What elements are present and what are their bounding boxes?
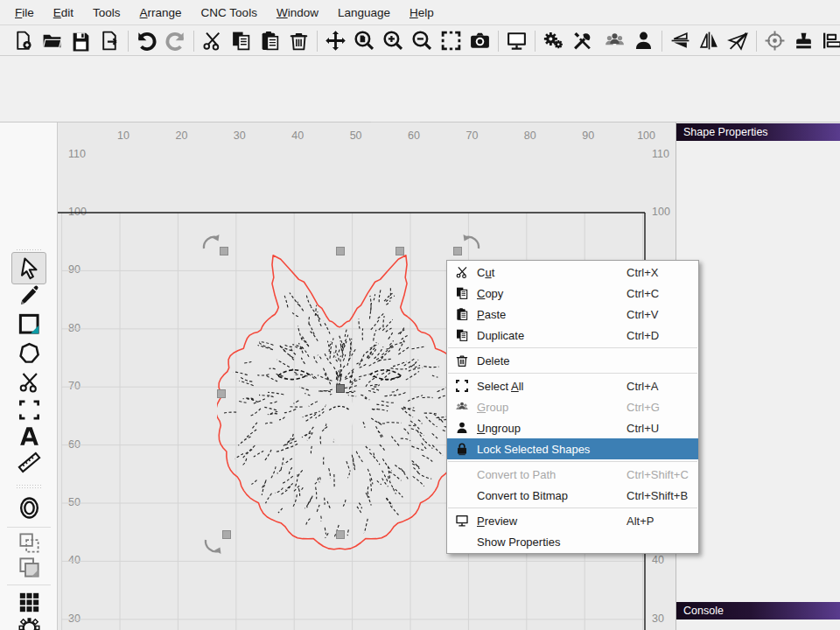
undo-icon <box>136 30 158 52</box>
no-icon <box>453 466 471 482</box>
camera-button[interactable] <box>466 28 494 54</box>
context-delete[interactable]: Delete <box>447 350 698 371</box>
context-duplicate[interactable]: DuplicateCtrl+D <box>447 325 698 346</box>
copy-icon <box>230 30 252 52</box>
zoom-page-button[interactable] <box>350 28 379 54</box>
tool-intersect[interactable] <box>12 553 46 582</box>
send-button[interactable] <box>724 28 752 54</box>
mirror-horizontal-icon <box>698 30 720 52</box>
context-lock-selected-shapes[interactable]: Lock Selected Shapes <box>447 438 698 459</box>
origin-icon <box>764 30 786 52</box>
context-cut[interactable]: CutCtrl+X <box>447 262 698 283</box>
menu-tools[interactable]: Tools <box>83 3 130 23</box>
no-icon <box>453 487 471 503</box>
cut-button[interactable] <box>198 28 227 54</box>
context-group[interactable]: GroupCtrl+G <box>447 396 698 417</box>
menu-separator <box>448 373 697 374</box>
tool-rectangle[interactable] <box>12 310 46 339</box>
tool-select[interactable] <box>11 252 46 284</box>
ungroup-button[interactable] <box>629 28 658 54</box>
delete-icon <box>288 30 310 52</box>
menu-window[interactable]: Window <box>267 3 328 23</box>
group-button[interactable] <box>600 28 629 54</box>
select-icon <box>18 256 41 280</box>
stamp-button[interactable] <box>789 28 818 54</box>
tool-draw[interactable] <box>12 282 46 311</box>
move-button[interactable] <box>321 28 350 54</box>
text-icon <box>18 424 41 448</box>
zoom-page-icon <box>354 30 375 52</box>
menu-separator <box>448 347 697 348</box>
paste-button[interactable] <box>256 28 284 54</box>
intersect-icon <box>18 556 41 579</box>
lock-icon <box>453 441 471 457</box>
sidebar-separator <box>7 584 51 585</box>
tool-ellipse[interactable] <box>12 494 46 522</box>
tool-cut-shape[interactable] <box>12 368 46 396</box>
copy-button[interactable] <box>227 28 256 54</box>
mirror-horizontal-button[interactable] <box>695 28 724 54</box>
zoom-select-button[interactable] <box>437 28 466 54</box>
context-paste[interactable]: PasteCtrl+V <box>447 304 698 325</box>
align-partial-button[interactable] <box>818 28 840 54</box>
new-file-icon <box>12 30 34 52</box>
context-select-all[interactable]: Select AllCtrl+A <box>447 375 698 396</box>
context-copy[interactable]: CopyCtrl+C <box>447 283 698 304</box>
export-file-icon <box>99 30 121 52</box>
zoom-in-icon <box>382 30 404 52</box>
context-convert-to-path[interactable]: Convert to PathCtrl+Shift+C <box>447 464 698 485</box>
menu-cnc-tools[interactable]: CNC Tools <box>192 3 267 23</box>
group-icon <box>604 30 626 52</box>
open-folder-button[interactable] <box>38 28 66 54</box>
context-show-properties[interactable]: Show Properties <box>447 531 698 552</box>
origin-button[interactable] <box>760 28 789 54</box>
ungroup-icon <box>633 30 654 52</box>
tool-node-select[interactable] <box>12 396 46 424</box>
zoom-out-button[interactable] <box>408 28 437 54</box>
tool-circular-array[interactable] <box>12 613 46 630</box>
grid-array-icon <box>18 591 41 614</box>
tool-polygon[interactable] <box>12 339 46 368</box>
context-convert-to-bitmap[interactable]: Convert to BitmapCtrl+Shift+B <box>447 485 698 506</box>
tool-text[interactable] <box>12 422 46 451</box>
new-file-button[interactable] <box>9 28 38 54</box>
context-menu: CutCtrl+XCopyCtrl+CPasteCtrl+VDuplicateC… <box>446 260 699 554</box>
properties-panel: Shape Properties MoveOperationsOperation… <box>676 122 840 630</box>
select-all-icon <box>453 378 471 394</box>
no-icon <box>453 534 471 550</box>
tool-measure[interactable] <box>12 448 46 477</box>
camera-icon <box>469 30 491 52</box>
menu-language[interactable]: Language <box>328 3 400 23</box>
weld-icon <box>18 531 41 555</box>
tools-button[interactable] <box>568 28 597 54</box>
menu-file[interactable]: File <box>5 3 44 23</box>
mirror-vertical-button[interactable] <box>666 28 695 54</box>
transform-toolbar: XPos 48.000▲▼ mm YPos 69.000▲▼ mm Width … <box>0 57 840 122</box>
context-ungroup[interactable]: UngroupCtrl+U <box>447 417 698 438</box>
circular-array-icon <box>18 616 41 630</box>
menu-arrange[interactable]: Arrange <box>130 3 192 23</box>
polygon-icon <box>18 341 41 365</box>
settings-button[interactable] <box>539 28 568 54</box>
export-file-button[interactable] <box>95 28 124 54</box>
save-button[interactable] <box>66 28 95 54</box>
delete-button[interactable] <box>284 28 313 54</box>
send-icon <box>727 30 749 52</box>
console-header: Console <box>676 602 840 620</box>
zoom-in-button[interactable] <box>379 28 408 54</box>
mirror-vertical-icon <box>669 30 691 52</box>
menu-help[interactable]: Help <box>400 3 444 23</box>
paste-icon <box>259 30 281 52</box>
menu-edit[interactable]: Edit <box>44 3 83 23</box>
group-icon <box>453 399 471 415</box>
preview-icon <box>506 30 528 52</box>
open-folder-icon <box>41 30 63 52</box>
undo-button[interactable] <box>132 28 161 54</box>
measure-icon <box>18 451 41 474</box>
stamp-icon <box>793 30 815 52</box>
preview-button[interactable] <box>502 28 531 54</box>
node-select-icon <box>18 398 41 422</box>
copy-icon <box>453 327 471 343</box>
redo-button[interactable] <box>161 28 190 54</box>
context-preview[interactable]: PreviewAlt+P <box>447 510 698 531</box>
